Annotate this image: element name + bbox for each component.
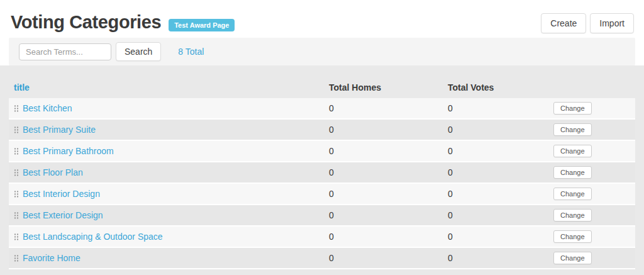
- page-title: Voting Categories: [11, 13, 161, 32]
- total-votes-value: 0: [448, 253, 551, 263]
- import-button[interactable]: Import: [590, 13, 634, 33]
- category-title-cell: Best Interior Design: [23, 188, 329, 199]
- drag-handle-icon[interactable]: [14, 233, 19, 241]
- column-header-title: title: [14, 82, 329, 93]
- actions-cell: Change: [551, 188, 592, 200]
- total-votes-value: 0: [448, 210, 551, 220]
- category-title-cell: Best Floor Plan: [23, 167, 329, 178]
- actions-cell: Change: [551, 209, 592, 222]
- topbar: Voting Categories Test Award Page Create…: [0, 0, 644, 38]
- drag-handle-icon[interactable]: [14, 126, 19, 134]
- category-link[interactable]: Favorite Home: [23, 253, 80, 263]
- total-homes-value: 0: [329, 103, 448, 113]
- category-link[interactable]: Best Landscaping & Outdoor Space: [23, 232, 163, 242]
- actions-cell: Change: [551, 123, 592, 136]
- change-button[interactable]: Change: [553, 145, 592, 157]
- table-row: Best Floor Plan 0 0 Change: [9, 162, 635, 184]
- voting-categories-page: { "header": { "title": "Voting Categorie…: [0, 0, 644, 275]
- category-title-cell: Best Primary Bathroom: [23, 145, 329, 157]
- total-votes-value: 0: [448, 146, 551, 156]
- total-homes-value: 0: [329, 167, 448, 177]
- drag-handle-icon[interactable]: [14, 147, 19, 155]
- change-button[interactable]: Change: [553, 252, 592, 264]
- actions-cell: Change: [551, 166, 592, 179]
- change-button[interactable]: Change: [553, 102, 592, 115]
- category-link[interactable]: Best Exterior Design: [23, 210, 103, 220]
- table-header-row: title Total Homes Total Votes: [9, 65, 635, 98]
- actions-cell: Change: [551, 252, 592, 264]
- search-strip: Search 8 Total: [9, 38, 635, 65]
- total-votes-value: 0: [448, 167, 551, 177]
- table-row: Best Interior Design 0 0 Change: [9, 184, 635, 205]
- table-row: Best Exterior Design 0 0 Change: [9, 205, 635, 227]
- drag-handle-icon[interactable]: [14, 169, 19, 177]
- actions-cell: Change: [551, 102, 592, 115]
- change-button[interactable]: Change: [553, 209, 592, 222]
- total-votes-value: 0: [448, 232, 551, 242]
- total-homes-value: 0: [329, 253, 448, 263]
- table-row: Best Landscaping & Outdoor Space 0 0 Cha…: [9, 227, 635, 248]
- category-title-cell: Best Primary Suite: [23, 124, 329, 135]
- actions-cell: Change: [551, 230, 592, 243]
- total-homes-value: 0: [329, 125, 448, 135]
- drag-handle-icon[interactable]: [14, 104, 19, 113]
- main-section: title Total Homes Total Votes Best Kitch…: [0, 65, 644, 275]
- total-homes-value: 0: [329, 232, 448, 242]
- drag-handle-icon[interactable]: [14, 254, 19, 262]
- total-votes-value: 0: [448, 103, 551, 113]
- table-row: Best Kitchen 0 0 Change: [9, 98, 635, 120]
- category-link[interactable]: Best Primary Bathroom: [23, 146, 114, 156]
- category-link[interactable]: Best Interior Design: [23, 189, 100, 199]
- category-link[interactable]: Best Floor Plan: [23, 167, 83, 177]
- test-award-page-badge[interactable]: Test Award Page: [169, 19, 235, 31]
- search-input[interactable]: [19, 43, 111, 60]
- table-row: Favorite Home 0 0 Change: [9, 248, 635, 269]
- category-title-cell: Favorite Home: [23, 252, 329, 264]
- total-homes-value: 0: [329, 146, 448, 156]
- category-title-cell: Best Exterior Design: [23, 210, 329, 221]
- total-homes-value: 0: [329, 210, 448, 220]
- category-title-cell: Best Kitchen: [23, 103, 329, 114]
- total-homes-value: 0: [329, 189, 448, 199]
- total-count: 8 Total: [178, 47, 204, 57]
- change-button[interactable]: Change: [553, 188, 592, 200]
- table-row: Best Primary Bathroom 0 0 Change: [9, 141, 635, 162]
- category-link[interactable]: Best Kitchen: [23, 103, 72, 113]
- total-votes-value: 0: [448, 125, 551, 135]
- actions-cell: Change: [551, 145, 592, 157]
- change-button[interactable]: Change: [553, 230, 592, 243]
- table-row: Best Primary Suite 0 0 Change: [9, 120, 635, 141]
- sort-by-title-link[interactable]: title: [14, 82, 30, 93]
- create-button[interactable]: Create: [541, 13, 586, 33]
- title-wrap: Voting Categories Test Award Page: [11, 13, 235, 32]
- top-buttons: Create Import: [541, 13, 634, 33]
- category-link[interactable]: Best Primary Suite: [23, 125, 96, 135]
- search-button[interactable]: Search: [116, 42, 161, 61]
- category-title-cell: Best Landscaping & Outdoor Space: [23, 231, 329, 242]
- total-votes-value: 0: [448, 189, 551, 199]
- change-button[interactable]: Change: [553, 123, 592, 136]
- column-header-total-votes: Total Votes: [448, 82, 551, 93]
- change-button[interactable]: Change: [553, 166, 592, 179]
- drag-handle-icon[interactable]: [14, 190, 19, 198]
- column-header-total-homes: Total Homes: [329, 82, 448, 93]
- drag-handle-icon[interactable]: [14, 211, 19, 220]
- table-rows: Best Kitchen 0 0 Change Best Primary Sui…: [9, 98, 635, 269]
